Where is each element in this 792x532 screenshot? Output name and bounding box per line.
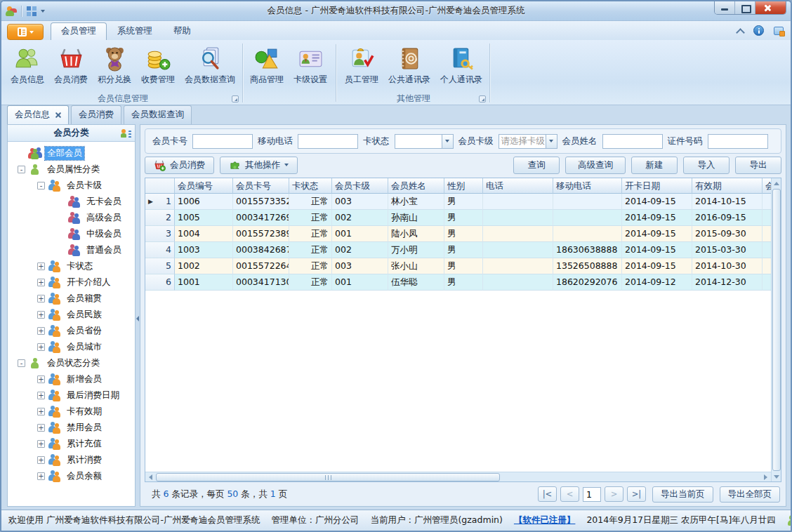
prev-page-button[interactable]: <: [560, 486, 579, 502]
table-cell[interactable]: 2016-09-15: [692, 210, 763, 226]
scroll-left-icon[interactable]: [145, 472, 156, 482]
tree-expander-icon[interactable]: +: [37, 343, 45, 351]
tree-expander-icon[interactable]: +: [37, 327, 45, 335]
dialog-launcher-icon[interactable]: [232, 95, 239, 102]
table-cell[interactable]: 伍华聪: [388, 274, 444, 291]
dialog-launcher-icon[interactable]: [479, 95, 486, 102]
collapse-ribbon-icon[interactable]: [737, 27, 744, 34]
id-number-input[interactable]: [708, 134, 768, 149]
table-row[interactable]: ▶ 1 1006 0015573352 正常 003 林小宝 男: [145, 194, 771, 210]
column-header[interactable]: 性别: [444, 178, 483, 194]
export-button[interactable]: 导出: [735, 157, 781, 174]
table-cell[interactable]: [763, 210, 771, 226]
tree-item[interactable]: 普通会员: [8, 242, 135, 258]
vertical-scroll-thumb[interactable]: [772, 189, 781, 471]
table-cell[interactable]: 2014-09-15: [622, 226, 692, 242]
table-cell[interactable]: 张小山: [388, 258, 444, 274]
tree-expander-icon[interactable]: +: [37, 311, 45, 319]
table-cell[interactable]: 003: [332, 258, 388, 274]
table-cell[interactable]: 003: [332, 194, 388, 210]
advanced-query-button[interactable]: 高级查询: [565, 157, 626, 174]
sidebar-sort-icon[interactable]: [121, 128, 131, 138]
column-header[interactable]: 电话: [483, 178, 553, 194]
table-cell[interactable]: 0015573352: [233, 194, 289, 210]
table-cell[interactable]: 1003: [175, 242, 233, 258]
ribbon-tab-help[interactable]: 帮助: [163, 22, 202, 40]
table-cell[interactable]: 002: [332, 210, 388, 226]
application-menu-button[interactable]: [7, 24, 44, 40]
table-cell[interactable]: 1001: [175, 274, 233, 291]
table-cell[interactable]: 男: [444, 226, 483, 242]
row-indicator-cell[interactable]: 6: [145, 274, 175, 291]
member-name-input[interactable]: [602, 134, 663, 149]
info-icon[interactable]: [753, 25, 764, 36]
sidebar-splitter[interactable]: [136, 124, 140, 507]
row-indicator-cell[interactable]: 2: [145, 210, 175, 226]
table-cell[interactable]: 男: [444, 194, 483, 210]
table-cell[interactable]: 0015572264: [233, 258, 289, 274]
column-header[interactable]: 卡状态: [289, 178, 332, 194]
tree-expander-icon[interactable]: -: [37, 182, 45, 189]
table-cell[interactable]: 2015-03-30: [692, 242, 763, 258]
tree-item[interactable]: - 会员状态分类: [8, 355, 135, 371]
tree-expander-icon[interactable]: +: [37, 408, 45, 415]
tree-expander-icon[interactable]: +: [37, 456, 45, 464]
table-cell[interactable]: [483, 226, 553, 242]
row-indicator-cell[interactable]: 5: [145, 258, 175, 274]
tree-expander-icon[interactable]: +: [37, 295, 45, 302]
table-row[interactable]: 3 1004 0015572389 正常 001 陆小凤 男 2014-0: [145, 226, 771, 242]
message-indicator[interactable]: (0): [787, 515, 791, 526]
table-cell[interactable]: 0003842687: [233, 242, 289, 258]
import-button[interactable]: 导入: [683, 157, 730, 174]
table-cell[interactable]: 正常: [289, 226, 332, 242]
tree-item[interactable]: + 最后消费日期: [8, 387, 135, 404]
table-row[interactable]: 2 1005 0003417269 正常 002 孙南山 男 2014-0: [145, 210, 771, 226]
tree-item[interactable]: + 会员民族: [8, 307, 135, 323]
table-cell[interactable]: 正常: [289, 210, 332, 226]
member-info-button[interactable]: 会员信息: [6, 43, 49, 92]
card-level-select[interactable]: 请选择卡级: [499, 134, 557, 149]
table-cell[interactable]: 林小宝: [388, 194, 444, 210]
table-cell[interactable]: 0003417269: [233, 210, 289, 226]
public-contacts-button[interactable]: 公共通讯录: [383, 43, 435, 92]
maximize-button[interactable]: [735, 1, 755, 14]
table-cell[interactable]: 13526508888: [553, 258, 622, 274]
scroll-down-icon[interactable]: [771, 472, 781, 481]
table-cell[interactable]: [483, 274, 553, 291]
table-cell[interactable]: [483, 242, 553, 258]
tree-expander-icon[interactable]: +: [37, 262, 45, 270]
tree-expander-icon[interactable]: +: [37, 424, 45, 432]
chevron-down-icon[interactable]: [442, 135, 453, 148]
table-cell[interactable]: [763, 258, 771, 274]
doc-tab-member-info[interactable]: 会员信息: [7, 105, 69, 124]
page-number-input[interactable]: [583, 487, 601, 502]
column-header[interactable]: 会员: [763, 178, 771, 194]
first-page-button[interactable]: |<: [538, 486, 557, 502]
tree-item[interactable]: + 会员省份: [8, 323, 135, 339]
chevron-down-icon[interactable]: [546, 135, 557, 148]
tree-item[interactable]: - 会员属性分类: [8, 161, 135, 178]
horizontal-scroll-thumb[interactable]: [156, 473, 500, 481]
table-row[interactable]: 6 1001 0003417130 正常 001 伍华聪 男 186202920…: [145, 274, 771, 291]
table-cell[interactable]: 男: [444, 210, 483, 226]
tree-item[interactable]: + 累计消费: [8, 452, 135, 468]
tree-expander-icon[interactable]: +: [37, 375, 45, 383]
table-cell[interactable]: [763, 226, 771, 242]
table-cell[interactable]: [483, 210, 553, 226]
tree-item[interactable]: + 新增会员: [8, 371, 135, 387]
table-cell[interactable]: 2014-12-30: [692, 274, 763, 291]
new-button[interactable]: 新建: [631, 157, 678, 174]
tree-expander-icon[interactable]: -: [18, 359, 25, 367]
minimize-button[interactable]: [715, 1, 735, 14]
table-cell[interactable]: 陆小凤: [388, 226, 444, 242]
member-data-query-button[interactable]: 会员数据查询: [180, 43, 240, 92]
fee-management-button[interactable]: 收费管理: [136, 43, 180, 92]
card-status-select[interactable]: [395, 134, 454, 149]
table-cell[interactable]: 18620292076: [553, 274, 622, 291]
doc-tab-member-data-query[interactable]: 会员数据查询: [124, 105, 192, 124]
row-indicator-cell[interactable]: 3: [145, 226, 175, 242]
points-exchange-button[interactable]: 积分兑换: [93, 43, 136, 92]
table-cell[interactable]: 2014-09-15: [622, 242, 692, 258]
table-cell[interactable]: [763, 274, 771, 291]
mobile-input[interactable]: [298, 134, 358, 149]
